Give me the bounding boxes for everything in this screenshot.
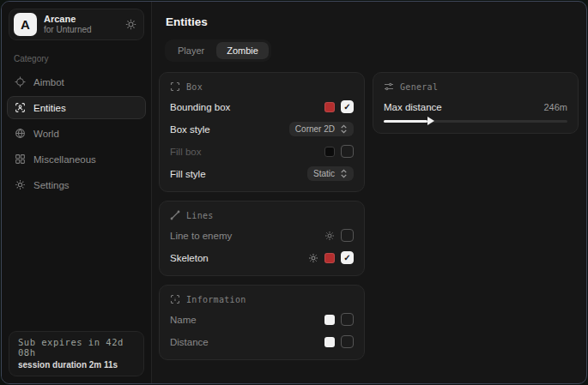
globe-icon — [15, 128, 26, 139]
box-style-row: Box style Corner 2D — [170, 122, 354, 136]
line-to-enemy-checkbox[interactable] — [341, 229, 354, 242]
fill-style-value: Static — [313, 169, 335, 178]
info-scan-icon — [170, 294, 180, 304]
main-panel: Entities Player Zombie Box — [152, 2, 587, 383]
name-checkbox[interactable] — [341, 313, 354, 326]
general-card-title: General — [400, 82, 438, 92]
information-card: Information Name Distance — [159, 285, 365, 360]
box-card-title: Box — [186, 82, 203, 92]
max-distance-slider[interactable] — [384, 120, 567, 123]
app-logo: A — [14, 13, 37, 36]
skeleton-color-swatch[interactable] — [324, 253, 335, 263]
sidebar-item-settings[interactable]: Settings — [7, 173, 146, 196]
skeleton-settings-gear-icon[interactable] — [308, 253, 318, 263]
max-distance-label: Max distance — [384, 102, 442, 112]
name-color-swatch[interactable] — [324, 315, 335, 325]
sidebar-item-aimbot[interactable]: Aimbot — [7, 70, 146, 93]
distance-checkbox[interactable] — [341, 335, 354, 348]
diagonal-line-icon — [170, 210, 180, 220]
sidebar-item-label: Miscellaneous — [33, 154, 96, 165]
line-settings-gear-icon[interactable] — [324, 231, 335, 241]
box-style-dropdown[interactable]: Corner 2D — [289, 122, 354, 136]
distance-row: Distance — [170, 334, 354, 349]
fill-style-label: Fill style — [170, 169, 206, 179]
box-corners-icon — [170, 81, 180, 92]
sliders-icon — [384, 81, 394, 92]
line-to-enemy-row: Line to enemy — [170, 228, 354, 243]
entity-scan-icon — [15, 102, 26, 113]
distance-color-swatch[interactable] — [324, 337, 335, 347]
skeleton-row: Skeleton — [170, 250, 354, 265]
subscription-expiry: Sub expires in 42d 08h — [18, 337, 135, 358]
subscription-card: Sub expires in 42d 08h session duration … — [9, 331, 144, 376]
sidebar-item-label: Aimbot — [33, 77, 64, 87]
slider-thumb[interactable] — [427, 117, 434, 125]
max-distance-row: Max distance 246m — [384, 100, 567, 113]
gear-icon — [15, 179, 26, 190]
lines-card: Lines Line to enemy — [159, 201, 365, 276]
information-card-header: Information — [170, 294, 354, 304]
entity-tabs: Player Zombie — [165, 39, 271, 62]
chevron-up-down-icon — [340, 169, 348, 178]
app-subtitle: for Unturned — [44, 25, 118, 35]
skeleton-checkbox[interactable] — [341, 251, 354, 264]
name-row: Name — [170, 312, 354, 327]
distance-label: Distance — [170, 337, 209, 347]
fill-box-checkbox[interactable] — [341, 145, 354, 158]
bounding-box-row: Bounding box — [170, 99, 354, 114]
grid-icon — [15, 153, 26, 165]
category-label: Category — [14, 54, 151, 63]
page-title: Entities — [166, 15, 579, 28]
app-window: A Arcane for Unturned Category A — [1, 1, 587, 384]
session-duration: session duration 2m 11s — [18, 360, 135, 370]
fill-box-color-swatch[interactable] — [324, 147, 335, 157]
fill-style-dropdown[interactable]: Static — [307, 166, 354, 181]
app-logo-card: A Arcane for Unturned — [9, 9, 144, 40]
box-card-header: Box — [170, 81, 354, 92]
name-label: Name — [170, 315, 197, 325]
bounding-box-color-swatch[interactable] — [324, 102, 335, 112]
sidebar: A Arcane for Unturned Category A — [2, 2, 152, 383]
sidebar-item-label: Entities — [33, 103, 66, 113]
information-card-title: Information — [186, 295, 246, 304]
tab-zombie[interactable]: Zombie — [216, 42, 269, 59]
sidebar-item-world[interactable]: World — [7, 122, 146, 145]
sidebar-item-entities[interactable]: Entities — [7, 96, 146, 119]
box-style-value: Corner 2D — [295, 124, 335, 134]
skeleton-label: Skeleton — [170, 253, 209, 263]
fill-style-row: Fill style Static — [170, 166, 354, 181]
chevron-up-down-icon — [340, 124, 348, 134]
lines-card-header: Lines — [170, 210, 354, 220]
app-name: Arcane — [44, 14, 118, 25]
general-card-header: General — [384, 81, 567, 92]
settings-gear-icon[interactable] — [125, 19, 136, 30]
lines-card-title: Lines — [186, 211, 214, 220]
bounding-box-checkbox[interactable] — [341, 100, 354, 113]
app-title-block: Arcane for Unturned — [44, 14, 118, 34]
fill-box-label: Fill box — [170, 147, 201, 157]
general-card: General Max distance 246m — [373, 72, 579, 134]
sidebar-item-miscellaneous[interactable]: Miscellaneous — [7, 147, 146, 171]
tab-player[interactable]: Player — [167, 42, 215, 59]
sidebar-nav: Aimbot Entities World — [2, 70, 151, 196]
fill-box-row: Fill box — [170, 144, 354, 159]
sidebar-item-label: Settings — [33, 180, 70, 190]
line-to-enemy-label: Line to enemy — [170, 231, 232, 241]
bounding-box-label: Bounding box — [170, 102, 230, 112]
max-distance-value: 246m — [543, 102, 567, 112]
box-style-label: Box style — [170, 124, 210, 135]
box-card: Box Bounding box Box style Corne — [159, 72, 365, 192]
max-distance-slider-fill — [384, 120, 427, 123]
sidebar-item-label: World — [33, 129, 59, 139]
crosshair-icon — [15, 76, 26, 87]
